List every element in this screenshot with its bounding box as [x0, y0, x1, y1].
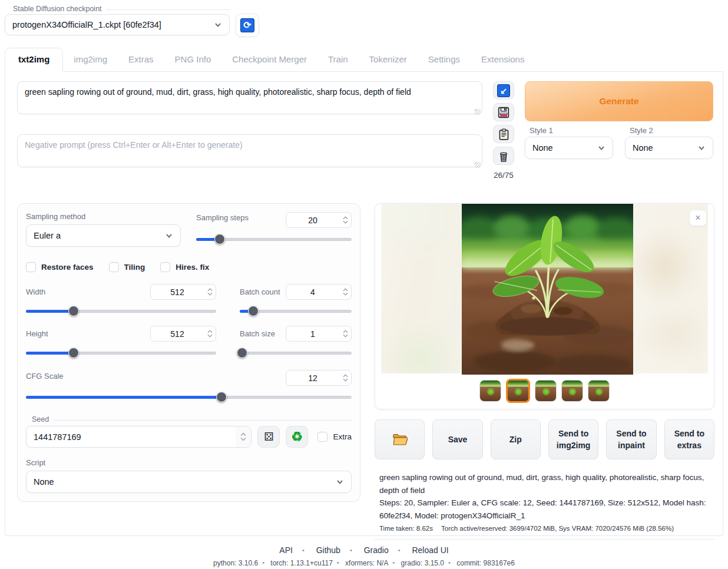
- height-input[interactable]: 512: [150, 326, 216, 342]
- tiling-checkbox[interactable]: Tiling: [109, 262, 145, 272]
- style1-value: None: [532, 143, 553, 153]
- zip-button[interactable]: Zip: [491, 419, 541, 459]
- chevron-down-icon: [165, 231, 173, 240]
- tab-settings[interactable]: Settings: [418, 48, 471, 71]
- restore-faces-label: Restore faces: [41, 263, 94, 272]
- generate-button[interactable]: Generate: [525, 81, 713, 121]
- stepper-arrows-icon[interactable]: [236, 426, 251, 447]
- height-value: 512: [151, 326, 204, 341]
- stepper-arrows-icon[interactable]: [339, 370, 351, 385]
- hires-fix-checkbox[interactable]: Hires. fix: [160, 262, 209, 272]
- sampling-steps-input[interactable]: 20: [286, 212, 352, 228]
- batch-size-label: Batch size: [240, 329, 275, 338]
- gallery-thumbnail[interactable]: [506, 379, 530, 403]
- refresh-checkpoint-button[interactable]: ⟳: [236, 14, 259, 37]
- stepper-arrows-icon[interactable]: [339, 213, 351, 227]
- send-to-extras-button[interactable]: Send to extras: [664, 419, 714, 459]
- close-gallery-button[interactable]: ×: [689, 210, 707, 226]
- torch-version: torch: 1.13.1+cu117: [270, 559, 333, 567]
- footer-link-gradio[interactable]: Gradio: [364, 545, 389, 555]
- send-to-img2img-button[interactable]: Send to img2img: [548, 419, 598, 459]
- send-to-inpaint-button[interactable]: Send to inpaint: [606, 419, 656, 459]
- restore-faces-checkbox[interactable]: Restore faces: [26, 262, 94, 272]
- save-button[interactable]: Save: [432, 419, 482, 459]
- close-icon: ×: [695, 213, 700, 223]
- sampling-steps-slider[interactable]: [196, 234, 352, 244]
- width-input[interactable]: 512: [150, 284, 216, 300]
- tab-img2img[interactable]: img2img: [63, 48, 118, 71]
- tab-tokenizer[interactable]: Tokenizer: [359, 48, 418, 71]
- batch-size-slider[interactable]: [240, 348, 352, 358]
- paste-generation-params-button[interactable]: ↙: [493, 81, 514, 100]
- script-select[interactable]: None: [26, 471, 352, 493]
- bullet-separator: •: [262, 559, 264, 566]
- chevron-down-icon: [697, 144, 706, 152]
- label-divider: [54, 420, 352, 421]
- stepper-arrows-icon[interactable]: [204, 284, 216, 299]
- reuse-seed-button[interactable]: ♻: [286, 426, 308, 448]
- gallery-thumbnail[interactable]: [479, 380, 501, 402]
- refresh-icon: ⟳: [240, 18, 254, 32]
- batch-count-slider[interactable]: [240, 306, 352, 316]
- tab-extensions[interactable]: Extensions: [471, 48, 535, 71]
- label-divider: [107, 9, 230, 10]
- checkpoint-label: Stable Diffusion checkpoint: [13, 5, 102, 13]
- paste-arrow-icon: ↙: [497, 84, 510, 97]
- sampling-method-select[interactable]: Euler a: [26, 224, 181, 247]
- tab-extras[interactable]: Extras: [118, 48, 164, 71]
- style1-select[interactable]: None: [525, 137, 613, 159]
- style2-label: Style 2: [625, 126, 713, 135]
- prompt-input[interactable]: green sapling rowing out of ground, mud,…: [17, 81, 482, 114]
- save-style-button[interactable]: [493, 103, 514, 121]
- height-slider[interactable]: [26, 348, 216, 358]
- batch-count-value: 4: [286, 284, 339, 299]
- generation-info: green sapling rowing out of ground, mud,…: [375, 471, 714, 540]
- style2-select[interactable]: None: [625, 137, 713, 159]
- height-label: Height: [26, 329, 48, 338]
- gallery-thumbnail[interactable]: [535, 380, 557, 402]
- tiling-label: Tiling: [124, 263, 145, 272]
- gallery-thumbnail[interactable]: [588, 380, 610, 402]
- gradio-version: gradio: 3.15.0: [401, 559, 444, 567]
- chevron-down-icon: [597, 144, 605, 152]
- stepper-arrows-icon[interactable]: [339, 284, 351, 299]
- extra-seed-checkbox[interactable]: Extra: [317, 432, 352, 442]
- footer-link-api[interactable]: API: [279, 545, 293, 555]
- width-value: 512: [151, 284, 204, 299]
- stepper-arrows-icon[interactable]: [204, 326, 216, 341]
- width-slider[interactable]: [26, 306, 216, 316]
- open-folder-button[interactable]: [375, 419, 425, 459]
- checkpoint-value: protogenX34OfficialR_1.ckpt [60fe2f34]: [12, 20, 161, 29]
- batch-size-input[interactable]: 1: [286, 326, 352, 342]
- extra-label: Extra: [333, 432, 352, 441]
- gallery-blur-right: [630, 204, 708, 373]
- bullet-separator: •: [448, 559, 451, 566]
- floppy-disk-icon: [497, 106, 510, 119]
- gallery-thumbnail[interactable]: [561, 380, 583, 402]
- image-gallery: ×: [375, 203, 714, 409]
- width-label: Width: [26, 287, 45, 296]
- batch-size-value: 1: [286, 326, 339, 341]
- cfg-scale-input[interactable]: 12: [286, 370, 352, 386]
- apply-style-button[interactable]: [493, 125, 514, 143]
- tab-png-info[interactable]: PNG Info: [164, 48, 222, 71]
- negative-prompt-input[interactable]: [17, 134, 482, 167]
- clear-prompt-button[interactable]: [493, 147, 514, 165]
- checkpoint-select[interactable]: protogenX34OfficialR_1.ckpt [60fe2f34]: [5, 14, 230, 35]
- generated-image-preview[interactable]: [462, 204, 633, 375]
- tab-txt2img[interactable]: txt2img: [5, 48, 63, 72]
- tab-train[interactable]: Train: [317, 48, 359, 71]
- bullet-separator: •: [398, 547, 401, 554]
- sampling-steps-label: Sampling steps: [196, 213, 249, 222]
- batch-count-input[interactable]: 4: [286, 284, 352, 300]
- hires-fix-label: Hires. fix: [176, 263, 209, 272]
- cfg-scale-slider[interactable]: [26, 392, 352, 402]
- tab-checkpoint-merger[interactable]: Checkpoint Merger: [221, 48, 317, 71]
- seed-input[interactable]: 1441787169: [26, 426, 252, 448]
- random-seed-button[interactable]: ⚄: [257, 426, 280, 448]
- footer-link-reload-ui[interactable]: Reload UI: [412, 545, 448, 555]
- time-taken-text: Time taken: 8.62s: [379, 525, 433, 532]
- stepper-arrows-icon[interactable]: [339, 326, 351, 341]
- footer-link-github[interactable]: Github: [316, 545, 340, 555]
- bullet-separator: •: [302, 547, 305, 554]
